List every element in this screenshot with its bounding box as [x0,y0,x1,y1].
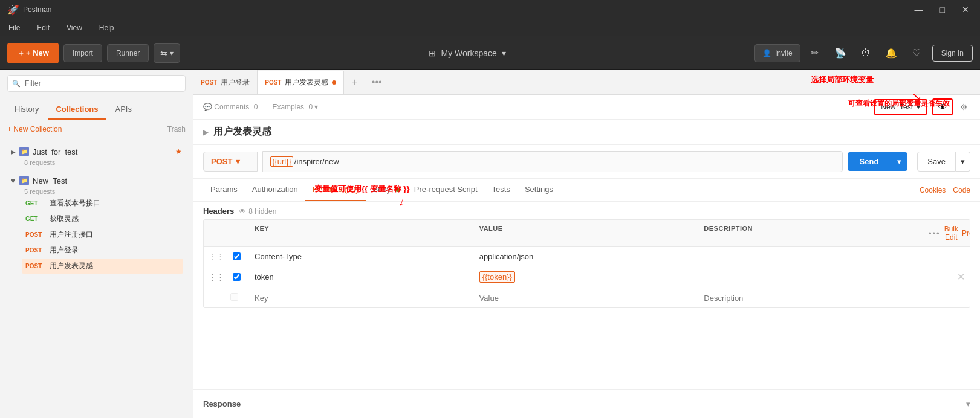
request-expand-arrow[interactable]: ▶ [203,128,209,137]
comments-text: Comments [214,103,249,111]
notifications-button[interactable]: 🔔 [881,43,901,63]
toolbar-center: ⊞ My Workspace ▾ [185,48,750,58]
collection-item-just-for-test: ▶ 📁 Just_for_test ★ 8 requests [0,141,193,170]
method-badge-post: POST [25,231,45,238]
req-tab-tests[interactable]: Tests [485,179,518,201]
req-tabs-right: Cookies Code [920,186,970,195]
req-tab-settings[interactable]: Settings [518,179,560,201]
tabs-more-button[interactable]: ••• [365,72,389,92]
menu-edit[interactable]: Edit [33,22,53,33]
req-tab-body[interactable]: Body [366,179,407,201]
drag-handle-1[interactable]: ⋮⋮ [204,247,226,266]
proxy-icon: ⇆ [160,48,167,58]
tabs-add-button[interactable]: + [344,72,364,92]
runner-button[interactable]: Runner [107,44,149,62]
headers-row: Headers 👁 8 hidden 变量值可使用{{ 变量名称 }} ↓ [203,207,970,216]
body-tab-label: Body [373,185,391,194]
row-checkbox-2[interactable] [233,273,241,281]
new-desc-input[interactable] [704,294,914,303]
menubar: File Edit View Help [0,19,980,36]
workspace-button[interactable]: ⊞ My Workspace ▾ [429,48,505,58]
heart-button[interactable]: ♡ [907,43,926,63]
save-dropdown-button[interactable]: ▾ [956,152,970,172]
collection-header-just-for-test[interactable]: ▶ 📁 Just_for_test ★ [7,144,186,159]
tab-post-inspire[interactable]: POST 用户发表灵感 [258,71,344,95]
request-item-post-inspire[interactable]: POST 用户发表灵感 [22,259,183,274]
invite-button[interactable]: 👤 Invite [754,44,800,62]
url-display[interactable]: {{url}} /inspirer/new [262,151,843,172]
maximize-button[interactable]: □ [936,4,949,16]
trash-button[interactable]: Trash [167,125,186,133]
env-gear-button[interactable]: ⚙ [958,100,970,114]
examples-label: Examples 0 ▾ [272,103,318,111]
method-badge-post: POST [25,247,45,254]
tab-apis[interactable]: APIs [108,100,139,120]
cell-action-1 [921,252,970,262]
code-link[interactable]: Code [953,186,970,195]
req-tab-headers[interactable]: Headers (10) [305,179,366,201]
request-item-check-version[interactable]: GET 查看版本号接口 [22,196,183,211]
minimize-button[interactable]: — [911,4,927,16]
menu-file[interactable]: File [5,22,24,33]
delete-row-button[interactable]: ✕ [957,271,965,283]
signin-button[interactable]: Sign In [932,45,973,62]
menu-help[interactable]: Help [96,22,118,33]
presets-button[interactable]: Presets ▾ [962,229,970,237]
tab-name-label: 用户登录 [221,77,250,88]
drag-handle-2[interactable]: ⋮⋮ [204,268,226,286]
env-selector[interactable]: New_Test ▾ [874,99,927,115]
workspace-label: My Workspace [441,48,496,58]
collection-request-count: 8 requests [24,159,186,166]
cell-check-1 [226,248,247,265]
comments-label: 💬 Comments 0 [203,103,258,111]
new-collection-button[interactable]: + New Collection [7,125,62,133]
menu-view[interactable]: View [63,22,86,33]
env-selector-value: New_Test [881,103,913,111]
tab-user-login[interactable]: POST 用户登录 [193,70,258,94]
collection-folder-icon: 📁 [19,176,29,185]
bulk-edit-button[interactable]: Bulk Edit [944,225,958,242]
new-value-input[interactable] [479,294,690,303]
search-input[interactable] [7,75,186,92]
tab-collections[interactable]: Collections [48,100,105,120]
tab-history[interactable]: History [7,100,46,120]
url-input-wrap: {{url}} /inspirer/new [262,151,843,172]
sync-button[interactable]: 📡 [831,43,850,63]
cell-value-empty[interactable] [472,289,697,307]
presets-label: Presets [962,229,970,237]
cell-desc-empty[interactable] [696,289,921,307]
interceptor-button[interactable]: ✏ [805,43,825,63]
response-arrow[interactable]: ▾ [966,399,970,408]
request-item-register[interactable]: POST 用户注册接口 [22,227,183,242]
three-dots-button[interactable]: ••• [929,229,941,238]
send-button-group: Send ▾ [848,152,908,171]
history-button[interactable]: ⏱ [856,43,875,63]
cell-key-empty[interactable] [247,289,472,307]
collection-arrow-icon: ▶ [11,149,16,155]
sidebar-actions: + New Collection Trash [0,120,193,138]
collection-header-new-test[interactable]: ▶ 📁 New_Test [7,173,186,188]
req-tab-prerequest[interactable]: Pre-request Script [407,179,485,201]
request-item-get-inspire[interactable]: GET 获取灵感 [22,211,183,227]
request-item-login[interactable]: POST 用户登录 [22,243,183,258]
new-button[interactable]: ＋ + New [7,43,59,63]
req-tab-params[interactable]: Params [203,179,245,201]
table-row-empty [204,288,970,307]
search-wrap [7,75,186,92]
req-tab-authorization[interactable]: Authorization [245,179,305,201]
cell-action-empty [921,293,970,303]
proxy-button[interactable]: ⇆ ▾ [154,43,180,63]
send-button[interactable]: Send [848,152,891,171]
send-dropdown-button[interactable]: ▾ [891,152,907,171]
save-button[interactable]: Save [917,152,956,172]
row-checkbox-1[interactable] [233,252,241,260]
new-key-input[interactable] [255,294,465,303]
cookies-link[interactable]: Cookies [920,186,946,195]
close-button[interactable]: ✕ [958,4,973,16]
env-eye-button[interactable]: 👁 [932,98,953,115]
import-button[interactable]: Import [63,44,102,62]
table-col-actions-header: ••• Bulk Edit Presets ▾ [921,220,970,246]
env-selector-arrow: ▾ [917,103,920,111]
method-selector[interactable]: POST ▾ [203,152,258,172]
cell-action-2: ✕ [921,266,970,288]
